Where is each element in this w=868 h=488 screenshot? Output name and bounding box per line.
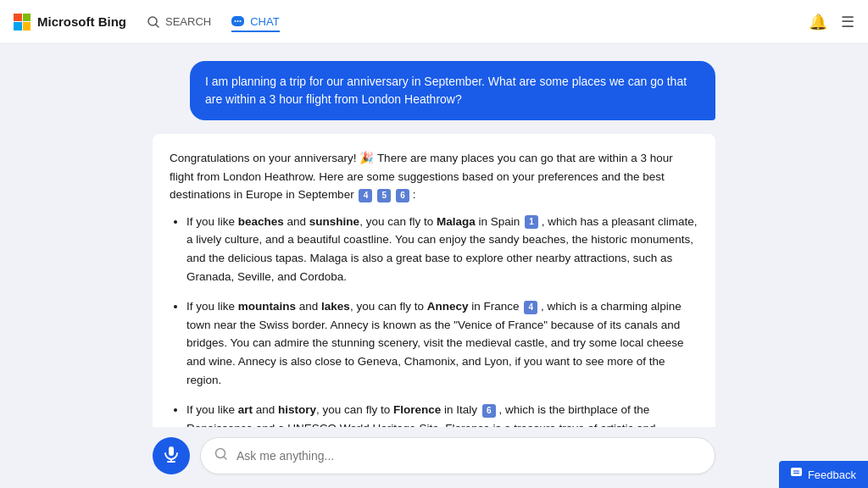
user-message: I am planning a trip for our anniversary… [190,61,715,120]
svg-point-5 [240,20,242,22]
bot-intro: Congratulations on your anniversary! 🎉 T… [170,152,673,201]
input-area [153,427,715,488]
search-nav-icon [147,15,160,29]
notification-icon[interactable]: 🔔 [809,13,827,31]
header: Microsoft Bing SEARCH CHAT [0,0,868,44]
recommendations-list: If you like beaches and sunshine, you ca… [170,213,698,427]
chat-area: I am planning a trip for our anniversary… [153,44,715,427]
recommendation-malaga: If you like beaches and sunshine, you ca… [186,213,698,286]
svg-point-3 [235,20,236,22]
svg-line-10 [224,457,226,459]
chat-input[interactable] [236,449,701,463]
logo-red [14,14,22,22]
logo-yellow [23,22,31,30]
feedback-button[interactable]: Feedback [779,461,868,488]
nav-chat-label: CHAT [250,15,279,28]
nav-search[interactable]: SEARCH [147,12,211,32]
header-actions: 🔔 ☰ [809,13,854,31]
svg-point-4 [237,20,239,22]
svg-rect-11 [791,468,802,476]
input-box [200,437,715,474]
microsoft-logo [14,14,31,30]
citation-1[interactable]: 1 [525,215,538,229]
citation-5[interactable]: 5 [377,189,391,202]
mic-button[interactable] [153,437,190,474]
colon: : [413,188,416,201]
bot-intro-text: Congratulations on your anniversary! 🎉 T… [170,149,698,204]
hamburger-icon[interactable]: ☰ [841,13,854,31]
input-search-icon [214,447,228,464]
svg-line-1 [156,25,159,27]
citation-6b[interactable]: 6 [482,404,496,418]
brand-name: Microsoft Bing [37,14,126,29]
recommendation-florence: If you like art and history, you can fly… [186,401,698,427]
feedback-icon [791,468,803,481]
svg-rect-6 [169,446,174,456]
logo-container: Microsoft Bing [14,14,126,30]
nav-chat[interactable]: CHAT [231,12,279,32]
main-nav: SEARCH CHAT [147,12,280,32]
mic-icon [164,446,179,467]
chat-nav-icon [231,15,245,29]
nav-search-label: SEARCH [165,15,211,28]
feedback-label: Feedback [808,469,856,481]
bot-response: Congratulations on your anniversary! 🎉 T… [153,134,715,427]
citation-6[interactable]: 6 [396,189,409,202]
citation-4[interactable]: 4 [359,189,372,202]
logo-green [23,14,31,22]
recommendation-annecy: If you like mountains and lakes, you can… [186,297,698,389]
user-message-container: I am planning a trip for our anniversary… [153,61,715,120]
citation-4b[interactable]: 4 [524,301,537,314]
main-content: I am planning a trip for our anniversary… [0,44,868,488]
logo-blue [14,22,22,30]
